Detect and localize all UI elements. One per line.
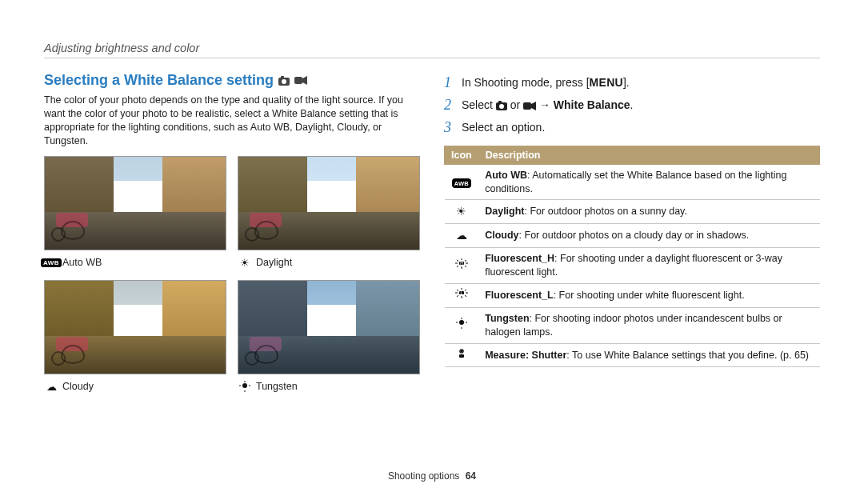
fluorescent-h-icon: H xyxy=(445,248,479,284)
cloud-icon: ☁ xyxy=(44,381,58,393)
row-text: : For shooting under white fluorescent l… xyxy=(554,290,745,301)
thumb-cloudy xyxy=(44,280,226,374)
caption-daylight-label: Daylight xyxy=(256,257,292,268)
svg-line-32 xyxy=(465,295,466,297)
svg-line-19 xyxy=(457,260,458,262)
svg-line-29 xyxy=(457,290,458,291)
measure-shutter-icon xyxy=(445,343,479,367)
video-camera-icon xyxy=(294,76,307,85)
fluorescent-l-icon: L xyxy=(445,283,479,307)
td-desc: Fluorescent_L: For shooting under white … xyxy=(478,283,819,307)
video-camera-icon xyxy=(523,102,536,110)
svg-rect-10 xyxy=(498,101,502,103)
td-desc: Auto WB: Automatically set the White Bal… xyxy=(478,164,819,200)
page-number: 64 xyxy=(466,470,476,482)
svg-text:L: L xyxy=(460,290,462,295)
row-text: : Automatically set the White Balance ba… xyxy=(485,170,786,194)
table-row: ☁ Cloudy: For outdoor photos on a cloudy… xyxy=(445,224,820,248)
svg-line-30 xyxy=(465,290,466,291)
table-row: H Fluorescent_H: For shooting under a da… xyxy=(445,248,820,284)
row-text: : For outdoor photos on a sunny day. xyxy=(525,206,687,217)
caption-tungsten: Tungsten xyxy=(238,381,420,393)
caption-cloudy: ☁ Cloudy xyxy=(44,381,226,393)
sample-thumbnails: AWB Auto WB ☀ Daylight ☁ xyxy=(44,156,420,401)
step-2-arrow: → xyxy=(536,98,554,111)
svg-point-33 xyxy=(459,320,464,325)
svg-text:H: H xyxy=(460,261,463,266)
td-desc: Fluorescent_H: For shooting under a dayl… xyxy=(478,248,819,284)
svg-rect-38 xyxy=(459,354,464,358)
step-num-2: 2 xyxy=(444,94,455,117)
step-1-suffix: ]. xyxy=(623,76,630,89)
camera-icon xyxy=(278,76,290,86)
row-bold: Fluorescent_L xyxy=(485,290,553,301)
row-bold: Fluorescent_H xyxy=(485,253,554,264)
caption-auto-wb-label: Auto WB xyxy=(62,257,102,268)
row-text: : For outdoor photos on a cloudy day or … xyxy=(519,230,750,241)
svg-rect-1 xyxy=(281,76,284,78)
row-bold: Tungsten xyxy=(485,313,529,324)
svg-point-11 xyxy=(499,104,504,109)
thumb-image-auto-wb xyxy=(44,156,226,250)
step-2-suffix: . xyxy=(630,98,634,111)
sun-icon: ☀ xyxy=(238,257,252,269)
step-1-text: In Shooting mode, press [MENU]. xyxy=(462,74,630,92)
bulb-icon xyxy=(238,381,252,392)
thumb-daylight xyxy=(238,156,420,250)
svg-point-2 xyxy=(282,79,286,84)
svg-line-22 xyxy=(465,266,466,267)
th-icon: Icon xyxy=(445,146,479,164)
svg-line-20 xyxy=(465,260,466,262)
caption-cloudy-label: Cloudy xyxy=(62,381,94,392)
step-2-text: Select or → White Balance. xyxy=(462,97,633,114)
step-3-text: Select an option. xyxy=(462,119,545,137)
caption-auto-wb: AWB Auto WB xyxy=(44,257,226,269)
menu-button-label: MENU xyxy=(590,76,623,89)
step-1-prefix: In Shooting mode, press [ xyxy=(462,76,590,89)
steps-list: 1 In Shooting mode, press [MENU]. 2 Sele… xyxy=(444,72,820,139)
wb-options-table: Icon Description AWB Auto WB: Automatica… xyxy=(444,146,820,368)
left-column: Selecting a White Balance setting The co… xyxy=(44,72,420,401)
step-num-1: 1 xyxy=(444,72,455,94)
table-row: AWB Auto WB: Automatically set the White… xyxy=(445,164,820,200)
row-bold: Cloudy xyxy=(485,230,518,241)
svg-point-4 xyxy=(242,383,247,388)
step-3: 3 Select an option. xyxy=(444,117,820,139)
thumb-tungsten xyxy=(238,280,420,374)
camera-icon xyxy=(496,101,507,110)
row-bold: Auto WB xyxy=(485,170,527,181)
awb-icon: AWB xyxy=(44,258,58,267)
step-2-or: or xyxy=(507,98,523,111)
section-title: Selecting a White Balance setting xyxy=(44,72,420,89)
page-footer: Shooting options 64 xyxy=(0,470,864,482)
step-2: 2 Select or → White Balance. xyxy=(444,94,820,117)
svg-line-31 xyxy=(457,295,458,297)
svg-rect-3 xyxy=(294,77,302,84)
svg-rect-12 xyxy=(523,102,531,110)
table-row: Tungsten: For shooting indoor photos und… xyxy=(445,307,820,343)
step-2-prefix: Select xyxy=(462,98,496,111)
row-bold: Measure: Shutter xyxy=(485,350,566,361)
row-text: : To use White Balance settings that you… xyxy=(566,350,809,361)
step-1: 1 In Shooting mode, press [MENU]. xyxy=(444,72,820,94)
white-balance-label: White Balance xyxy=(554,98,630,111)
thumb-image-tungsten xyxy=(238,280,420,374)
td-desc: Tungsten: For shooting indoor photos und… xyxy=(478,307,819,343)
sun-icon: ☀ xyxy=(445,200,479,224)
caption-daylight: ☀ Daylight xyxy=(238,257,420,269)
step-num-3: 3 xyxy=(444,117,455,139)
awb-icon: AWB xyxy=(445,164,479,200)
caption-tungsten-label: Tungsten xyxy=(256,381,298,392)
td-desc: Measure: Shutter: To use White Balance s… xyxy=(478,343,819,367)
breadcrumb: Adjusting brightness and color xyxy=(44,42,199,54)
thumb-auto-wb xyxy=(44,156,226,250)
footer-section-label: Shooting options xyxy=(388,470,459,482)
row-text: : For shooting indoor photos under incan… xyxy=(485,313,782,338)
intro-paragraph: The color of your photo depends on the t… xyxy=(44,94,420,148)
section-title-text: Selecting a White Balance setting xyxy=(44,72,274,89)
td-desc: Cloudy: For outdoor photos on a cloudy d… xyxy=(478,224,819,248)
table-row: ☀ Daylight: For outdoor photos on a sunn… xyxy=(445,200,820,224)
row-bold: Daylight xyxy=(485,206,524,217)
table-row: Measure: Shutter: To use White Balance s… xyxy=(445,343,820,367)
td-desc: Daylight: For outdoor photos on a sunny … xyxy=(478,200,819,224)
